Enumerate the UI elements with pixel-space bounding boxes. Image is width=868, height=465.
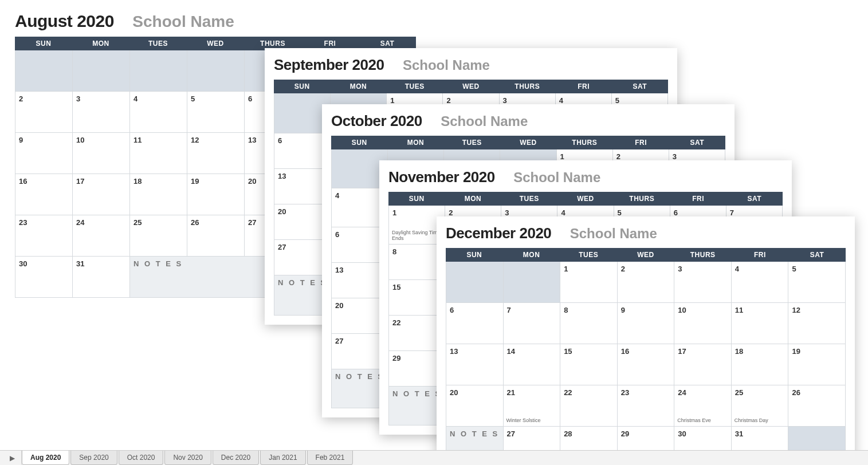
day-header: WED: [187, 37, 244, 50]
day-number: 2: [446, 96, 495, 105]
school-name: School Name: [132, 13, 234, 30]
day-number: 22: [564, 388, 614, 397]
day-number: 23: [19, 218, 69, 227]
calendar-cell[interactable]: 26: [187, 215, 245, 257]
calendar-cell[interactable]: 21Winter Solstice: [504, 385, 561, 427]
day-header: WED: [557, 192, 614, 206]
day-header: THURS: [674, 248, 732, 262]
day-number: 3: [673, 152, 721, 161]
calendar-cell[interactable]: 3: [73, 92, 130, 133]
day-number: 25: [133, 218, 183, 227]
day-header: SAT: [612, 80, 668, 93]
day-number: 4: [735, 265, 785, 273]
day-number: 8: [392, 247, 442, 256]
calendar-cell[interactable]: 3: [674, 262, 732, 303]
calendar-cell[interactable]: 19: [788, 344, 846, 385]
calendar-title: December 2020 School Name: [446, 224, 846, 242]
calendar-cell[interactable]: 5: [788, 262, 846, 303]
day-number: 30: [678, 429, 728, 438]
calendar-cell[interactable]: 11: [130, 133, 187, 174]
day-number: 31: [76, 259, 126, 268]
calendar-cell[interactable]: 19: [187, 174, 245, 215]
day-number: 3: [76, 94, 126, 103]
day-number: 19: [191, 177, 241, 186]
calendar-cell[interactable]: 25Christmas Day: [732, 385, 789, 427]
sheet-tab[interactable]: Aug 2020: [22, 451, 69, 465]
day-number: 20: [278, 207, 328, 216]
sheet-tab[interactable]: Oct 2020: [119, 451, 164, 465]
day-number: 13: [278, 172, 328, 180]
calendar-cell[interactable]: 9: [15, 133, 73, 174]
calendar-cell[interactable]: 8: [560, 303, 618, 344]
day-number: 2: [449, 208, 497, 217]
day-header-row: SUNMONTUESWEDTHURSFRISAT: [446, 248, 846, 262]
calendar-cell[interactable]: 1: [560, 262, 618, 303]
calendar-cell[interactable]: 23: [15, 215, 73, 257]
tab-nav-icon[interactable]: ▶: [3, 451, 22, 465]
calendar-cell[interactable]: 10: [73, 133, 130, 174]
calendar-title: August 2020 School Name: [15, 11, 416, 31]
day-number: 1: [392, 208, 441, 217]
day-number: 29: [621, 429, 671, 438]
calendar-december: December 2020 School Name SUNMONTUESWEDT…: [437, 216, 855, 465]
day-number: 23: [621, 388, 671, 397]
day-number: 16: [19, 177, 69, 186]
calendar-cell[interactable]: 4: [732, 262, 789, 303]
month-label: December 2020: [446, 224, 551, 242]
calendar-cell[interactable]: 23: [618, 385, 675, 427]
day-number: 13: [450, 347, 500, 356]
calendar-cell[interactable]: 31: [73, 257, 130, 298]
event-label: Daylight Saving Time Ends: [392, 230, 442, 242]
calendar-cell[interactable]: 16: [15, 174, 73, 215]
day-header: MON: [445, 192, 501, 206]
calendar-cell[interactable]: [15, 50, 73, 92]
calendar-cell[interactable]: [73, 50, 130, 92]
calendar-cell[interactable]: 12: [788, 303, 846, 344]
calendar-cell[interactable]: 22: [560, 385, 618, 427]
calendar-cell[interactable]: 11: [732, 303, 789, 344]
calendar-cell[interactable]: 2: [15, 92, 73, 133]
day-number: 17: [76, 177, 126, 186]
day-number: 6: [335, 230, 385, 239]
calendar-cell[interactable]: 10: [674, 303, 732, 344]
calendar-cell[interactable]: 14: [504, 344, 561, 385]
calendar-cell[interactable]: 25: [130, 215, 187, 257]
calendar-cell[interactable]: 6: [446, 303, 504, 344]
month-label: October 2020: [331, 112, 422, 129]
calendar-cell[interactable]: 18: [732, 344, 789, 385]
calendar-cell[interactable]: [504, 262, 561, 303]
calendar-cell[interactable]: [130, 50, 187, 92]
school-name: School Name: [513, 170, 600, 185]
calendar-cell[interactable]: 12: [187, 133, 245, 174]
calendar-cell[interactable]: 20: [446, 385, 504, 427]
calendar-cell[interactable]: 17: [73, 174, 130, 215]
calendar-cell[interactable]: 24Christmas Eve: [674, 385, 732, 427]
day-number: 20: [335, 301, 385, 310]
calendar-cell[interactable]: 17: [674, 344, 732, 385]
calendar-cell[interactable]: 2: [618, 262, 675, 303]
calendar-cell[interactable]: 24: [73, 215, 130, 257]
calendar-cell[interactable]: 15: [560, 344, 618, 385]
calendar-cell[interactable]: [187, 50, 245, 92]
day-number: 24: [678, 388, 728, 397]
day-number: 4: [133, 94, 183, 103]
calendar-cell[interactable]: 30: [15, 257, 73, 298]
calendar-cell[interactable]: 13: [446, 344, 504, 385]
day-header: SUN: [331, 136, 387, 149]
calendar-cell[interactable]: 7: [504, 303, 561, 344]
day-number: 15: [564, 347, 614, 356]
calendar-cell[interactable]: 18: [130, 174, 187, 215]
calendar-cell[interactable]: 4: [130, 92, 187, 133]
calendar-cell[interactable]: 26: [788, 385, 846, 427]
day-header-row: SUNMONTUESWEDTHURSFRISAT: [331, 136, 725, 149]
sheet-tab[interactable]: Dec 2020: [213, 451, 259, 465]
sheet-tab[interactable]: Jan 2021: [260, 451, 305, 465]
calendar-cell[interactable]: [446, 262, 504, 303]
sheet-tab[interactable]: Nov 2020: [164, 451, 211, 465]
sheet-tab[interactable]: Sep 2020: [70, 451, 117, 465]
calendar-cell[interactable]: 5: [187, 92, 245, 133]
calendar-cell[interactable]: 9: [618, 303, 675, 344]
sheet-tab[interactable]: Feb 2021: [307, 451, 354, 465]
calendar-cell[interactable]: 16: [618, 344, 675, 385]
day-header: THURS: [556, 136, 612, 149]
